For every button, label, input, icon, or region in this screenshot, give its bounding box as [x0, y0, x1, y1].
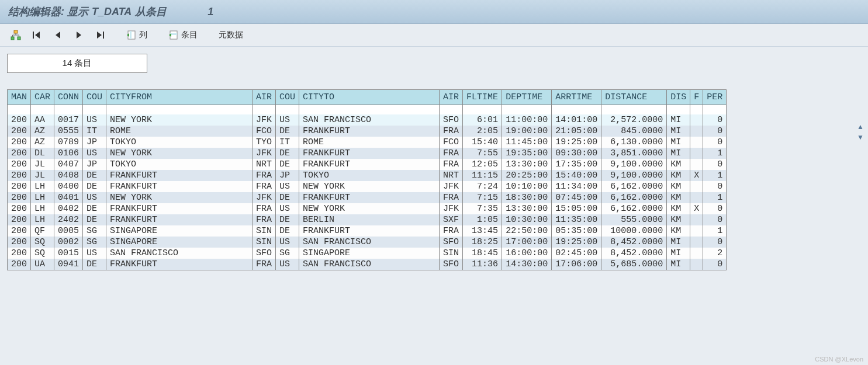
table-row[interactable]: 200JL0407JPTOKYONRTDEFRANKFURTFRA12:0513… [8, 159, 726, 170]
cell: DE [83, 214, 106, 225]
col-header[interactable]: COU [276, 90, 299, 105]
col-header[interactable]: DISTANCE [601, 90, 667, 105]
cell: DE [83, 203, 106, 214]
cell: DE [276, 148, 299, 159]
cell: FRA [440, 126, 463, 137]
col-header[interactable]: CAR [31, 90, 54, 105]
last-icon[interactable] [92, 29, 108, 41]
cell: 11:45:00 [502, 137, 552, 148]
cell: 0 [703, 203, 727, 214]
scroll-down-icon[interactable]: ▼ [855, 132, 866, 142]
cell: 0 [703, 126, 727, 137]
col-header[interactable]: FLTIME [463, 90, 502, 105]
next-icon[interactable] [71, 29, 87, 41]
cell: 200 [8, 237, 31, 248]
entry-button[interactable]: 条目 [166, 29, 200, 41]
cell: AA [31, 114, 54, 126]
col-header[interactable]: PER [703, 90, 727, 105]
table-row[interactable]: 200DL0106USNEW YORKJFKDEFRANKFURTFRA7:55… [8, 148, 726, 159]
cell: X [690, 170, 703, 181]
cell: 10:30:00 [502, 214, 552, 225]
table-row[interactable]: 200AZ0555ITROMEFCODEFRANKFURTFRA2:0519:0… [8, 126, 726, 137]
cell: FCO [440, 137, 463, 148]
cell: 9,100.0000 [601, 159, 667, 170]
cell: US [276, 259, 299, 270]
cell: SXF [440, 214, 463, 225]
cell: SIN [440, 248, 463, 259]
cell: 200 [8, 126, 31, 137]
col-header[interactable]: DEPTIME [502, 90, 552, 105]
table-row[interactable]: 200QF0005SGSINGAPORESINDEFRANKFURTFRA13:… [8, 225, 726, 237]
cell: KM [667, 159, 690, 170]
prev-icon[interactable] [50, 29, 65, 41]
entry-label: 条目 [181, 30, 198, 40]
metadata-button[interactable]: 元数据 [216, 29, 245, 41]
cell: 0 [703, 114, 727, 126]
cell [690, 181, 703, 192]
cell: 22:50:00 [502, 225, 552, 237]
cell: FRA [440, 192, 463, 203]
table-row[interactable]: 200LH2402DEFRANKFURTFRADEBERLINSXF1:0510… [8, 214, 726, 225]
table-row[interactable]: 200AA0017USNEW YORKJFKUSSAN FRANCISCOSFO… [8, 114, 726, 126]
cell: SFO [440, 114, 463, 126]
cell: 13:30:00 [502, 159, 552, 170]
cell: 200 [8, 192, 31, 203]
cell: 19:00:00 [502, 126, 552, 137]
col-header[interactable]: CITYTO [299, 90, 440, 105]
table-row[interactable]: 200JL0408DEFRANKFURTFRAJPTOKYONRT11:1520… [8, 170, 726, 181]
table-row[interactable]: 200AZ0789JPTOKYOTYOITROMEFCO15:4011:45:0… [8, 137, 726, 148]
col-header[interactable]: F [690, 90, 703, 105]
title-table-name: T_DATA [92, 6, 132, 18]
cell: 0 [703, 181, 727, 192]
table-row[interactable]: 200SQ0002SGSINGAPORESINUSSAN FRANCISCOSF… [8, 237, 726, 248]
first-icon[interactable] [29, 29, 44, 41]
table-row[interactable]: 200LH0402DEFRANKFURTFRAUSNEW YORKJFK7:35… [8, 203, 726, 214]
cell: DE [83, 181, 106, 192]
col-header[interactable]: CITYFROM [106, 90, 253, 105]
col-header[interactable]: CONN [54, 90, 83, 105]
cell [690, 192, 703, 203]
cell: 0106 [54, 148, 83, 159]
col-header[interactable]: DIS [667, 90, 690, 105]
col-header[interactable]: COU [83, 90, 106, 105]
cell: FRANKFURT [106, 214, 253, 225]
cell: 0002 [54, 237, 83, 248]
hierarchy-icon[interactable] [8, 29, 23, 41]
cell: FRANKFURT [106, 170, 253, 181]
cell: 7:55 [463, 148, 502, 159]
data-table-wrap: MANCARCONNCOUCITYFROMAIRCOUCITYTOAIRFLTI… [7, 89, 727, 270]
cell: JFK [253, 114, 276, 126]
table-row[interactable]: 200LH0400DEFRANKFURTFRAUSNEW YORKJFK7:24… [8, 181, 726, 192]
cell: 13:45 [463, 225, 502, 237]
cell: NEW YORK [106, 114, 253, 126]
svg-rect-6 [130, 31, 132, 39]
table-row[interactable]: 200LH0401USNEW YORKJFKDEFRANKFURTFRA7:15… [8, 192, 726, 203]
cell: DE [276, 159, 299, 170]
cell: FRANKFURT [106, 181, 253, 192]
col-header[interactable]: ARRTIME [552, 90, 601, 105]
col-header[interactable]: AIR [440, 90, 463, 105]
cell: 8,452.0000 [601, 237, 667, 248]
col-header[interactable]: AIR [253, 90, 276, 105]
cell: NRT [440, 170, 463, 181]
cell: TOKYO [106, 137, 253, 148]
cell [690, 248, 703, 259]
cell: 1 [703, 225, 727, 237]
cell: SINGAPORE [299, 248, 440, 259]
cell: SQ [31, 237, 54, 248]
cell: SG [276, 248, 299, 259]
cell: JFK [440, 181, 463, 192]
col-header[interactable]: MAN [8, 90, 31, 105]
cell: 14:30:00 [502, 259, 552, 270]
column-button[interactable]: 列 [124, 29, 150, 41]
cell: 02:45:00 [552, 248, 601, 259]
cell: NEW YORK [106, 192, 253, 203]
cell: 5,685.0000 [601, 259, 667, 270]
cell: SAN FRANCISCO [299, 237, 440, 248]
cell: TOKYO [299, 170, 440, 181]
cell: 200 [8, 137, 31, 148]
table-row[interactable]: 200SQ0015USSAN FRANCISCOSFOSGSINGAPORESI… [8, 248, 726, 259]
cell: 0 [703, 237, 727, 248]
scroll-up-icon[interactable]: ▲ [855, 121, 866, 132]
table-row[interactable]: 200UA0941DEFRANKFURTFRAUSSAN FRANCISCOSF… [8, 259, 726, 270]
